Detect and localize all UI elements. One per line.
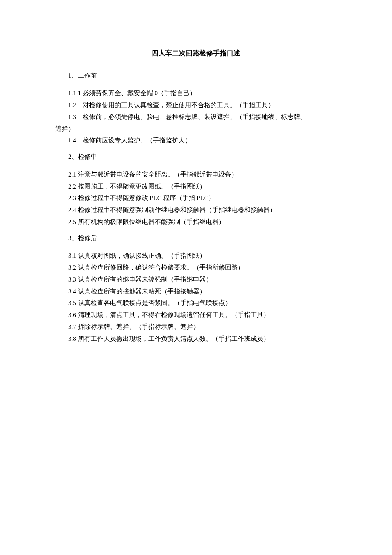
item-2-4: 2.4 检修过程中不得随意强制动作继电器和接触器（手指继电器和接触器） (55, 204, 337, 216)
item-2-2: 2.2 按图施工，不得随意更改图纸。（手指图纸） (55, 181, 337, 193)
item-1-2: 1.2 对检修使用的工具认真检查，禁止使用不合格的工具。（手指工具） (55, 99, 337, 111)
item-3-5: 3.5 认真检查各电气联接点是否紧固。（手指电气联接点） (55, 297, 337, 309)
item-2-1: 2.1 注意与邻近带电设备的安全距离。（手指邻近带电设备） (55, 169, 337, 181)
item-2-3: 2.3 检修过程中不得随意修改 PLC 程序（手指 PLC） (55, 192, 337, 204)
section-2: 2、检修中 2.1 注意与邻近带电设备的安全距离。（手指邻近带电设备） 2.2 … (55, 151, 337, 228)
item-1-1: 1.1 1 必须劳保齐全、戴安全帽 0（手指自己） (55, 87, 337, 99)
section-1: 1、工作前 1.1 1 必须劳保齐全、戴安全帽 0（手指自己） 1.2 对检修使… (55, 70, 337, 147)
section-3: 3、检修后 3.1 认真核对图纸，确认接线正确。（手指图纸） 3.2 认真检查所… (55, 232, 337, 345)
item-3-7: 3.7 拆除标示牌、遮拦。（手指标示牌、遮拦） (55, 321, 337, 333)
item-1-3-line1: 1.3 检修前，必须先停电、验电、悬挂标志牌、装设遮拦。（手指接地线、标志牌、 (55, 111, 337, 123)
item-3-6: 3.6 清理现场，清点工具，不得在检修现场遗留任何工具。（手指工具） (55, 309, 337, 321)
item-3-2: 3.2 认真检查所修回路，确认符合检修要求。（手指所修回路） (55, 262, 337, 274)
item-1-3-line2: 遮拦） (55, 123, 337, 135)
item-3-3: 3.3 认真检查所有的继电器未被强制（手指继电器） (55, 274, 337, 286)
item-3-4: 3.4 认真检查所有的接触器未粘死（手指接触器） (55, 286, 337, 298)
item-2-5: 2.5 所有机构的极限限位继电器不能强制（手指继电器） (55, 216, 337, 228)
section-heading-3: 3、检修后 (55, 232, 337, 244)
section-heading-2: 2、检修中 (55, 151, 337, 163)
item-3-1: 3.1 认真核对图纸，确认接线正确。（手指图纸） (55, 250, 337, 262)
item-3-8: 3.8 所有工作人员撤出现场，工作负责人清点人数。（手指工作班成员） (55, 333, 337, 345)
item-1-4: 1.4 检修前应设专人监护。（手指监护人） (55, 135, 337, 147)
document-title: 四大车二次回路检修手指口述 (55, 47, 337, 60)
section-heading-1: 1、工作前 (55, 70, 337, 82)
